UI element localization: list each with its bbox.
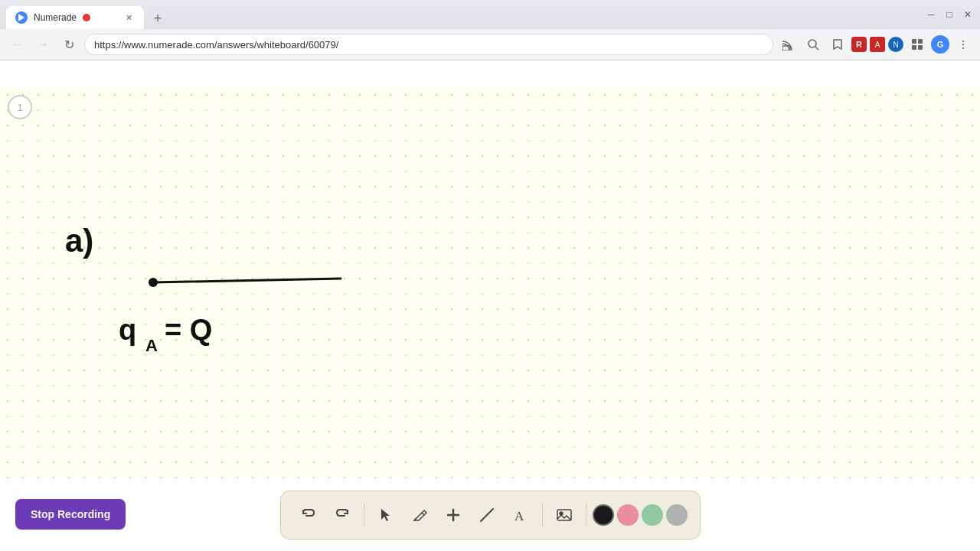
horizontal-line: [153, 279, 341, 282]
extension-icon3[interactable]: N: [888, 37, 903, 52]
tool-container: A: [280, 491, 701, 540]
bottom-toolbar: A: [0, 478, 980, 551]
svg-line-3: [815, 47, 818, 50]
search-icon[interactable]: [802, 34, 824, 55]
back-button[interactable]: ←: [6, 34, 28, 55]
svg-text:A: A: [514, 509, 524, 523]
redo-button[interactable]: [327, 500, 358, 530]
formula-q: q: [119, 314, 136, 346]
svg-line-8: [422, 513, 424, 515]
svg-line-11: [481, 509, 493, 521]
close-button[interactable]: ✕: [962, 8, 974, 21]
address-bar[interactable]: https://www.numerade.com/answers/whitebo…: [84, 34, 773, 55]
undo-button[interactable]: [293, 500, 324, 530]
svg-rect-7: [918, 45, 923, 50]
tab-title: Numerade: [34, 12, 77, 23]
stop-recording-button[interactable]: Stop Recording: [15, 499, 126, 530]
title-bar: Numerade ✕ + ─ □ ✕: [0, 0, 980, 29]
svg-marker-0: [18, 14, 24, 21]
separator-3: [586, 504, 586, 527]
color-green[interactable]: [642, 504, 663, 526]
address-bar-row: ← → ↻ https://www.numerade.com/answers/w…: [0, 29, 980, 60]
formula-equals: = Q: [165, 314, 212, 346]
recording-dot: [83, 14, 90, 21]
new-tab-button[interactable]: +: [147, 8, 168, 29]
separator-2: [542, 504, 543, 527]
browser-chrome: Numerade ✕ + ─ □ ✕ ← → ↻ https://www.num…: [0, 0, 980, 60]
active-tab[interactable]: Numerade ✕: [6, 6, 144, 29]
minimize-button[interactable]: ─: [925, 8, 937, 21]
select-tool-button[interactable]: [371, 500, 401, 530]
color-gray[interactable]: [666, 504, 688, 526]
color-black[interactable]: [593, 504, 614, 526]
maximize-button[interactable]: □: [943, 8, 956, 21]
extension-icon4[interactable]: [906, 34, 928, 55]
url-text: https://www.numerade.com/answers/whitebo…: [94, 39, 338, 51]
pencil-tool-button[interactable]: [404, 500, 435, 530]
formula-subscript-a: A: [145, 336, 158, 355]
text-tool-button[interactable]: A: [505, 500, 536, 530]
image-tool-button[interactable]: [549, 500, 580, 530]
color-pink[interactable]: [617, 504, 639, 526]
profile-icon[interactable]: G: [931, 35, 949, 54]
forward-button[interactable]: →: [32, 34, 54, 55]
browser-toolbar-icons: R A N G ⋮: [778, 34, 974, 55]
cast-icon[interactable]: [778, 34, 799, 55]
extension-icon1[interactable]: R: [851, 37, 867, 52]
add-tool-button[interactable]: [438, 500, 469, 530]
drawing-canvas: a) q A = Q: [0, 87, 980, 478]
menu-icon[interactable]: ⋮: [952, 34, 974, 55]
window-controls: ─ □ ✕: [925, 8, 974, 21]
tab-favicon: [15, 11, 28, 24]
svg-point-2: [808, 40, 816, 47]
svg-rect-4: [912, 39, 916, 44]
bookmark-icon[interactable]: [827, 34, 848, 55]
svg-rect-5: [918, 39, 923, 44]
whiteboard[interactable]: 1 a) q A = Q: [0, 87, 980, 478]
refresh-button[interactable]: ↻: [58, 34, 80, 55]
eraser-tool-button[interactable]: [472, 500, 502, 530]
tab-close-button[interactable]: ✕: [122, 11, 135, 24]
label-a: a): [65, 223, 93, 259]
separator-1: [364, 504, 364, 527]
svg-rect-6: [912, 45, 916, 50]
extension-icon2[interactable]: A: [870, 37, 885, 52]
